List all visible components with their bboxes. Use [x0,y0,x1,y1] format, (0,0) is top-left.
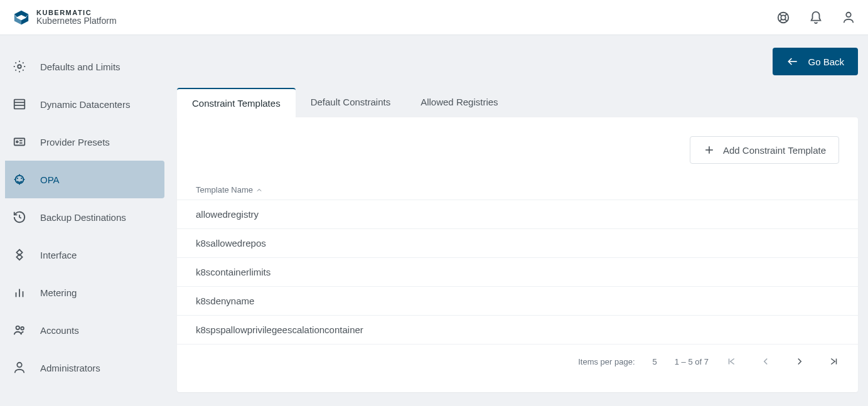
app-header: KUBERMATIC Kubernetes Platform [0,0,868,35]
sidebar-item-opa[interactable]: OPA [5,161,164,198]
sidebar-item-backup-destinations[interactable]: Backup Destinations [0,198,177,236]
table-row[interactable]: k8sdenyname [177,286,858,315]
sidebar: Defaults and Limits Dynamic Datacenters … [0,35,177,405]
svg-point-6 [846,12,850,16]
template-name-cell: k8spspallowprivilegeescalationcontainer [196,324,363,335]
items-per-page-value[interactable]: 5 [653,357,657,366]
svg-point-25 [17,363,21,367]
template-name-cell: k8scontainerlimits [196,267,271,277]
sidebar-item-label: Accounts [40,325,79,336]
users-icon [13,323,26,337]
header-actions [776,11,855,24]
sidebar-item-interface[interactable]: Interface [0,236,177,274]
svg-line-2 [780,14,781,16]
layout: Defaults and Limits Dynamic Datacenters … [0,35,868,405]
table-row[interactable]: k8scontainerlimits [177,257,858,286]
sidebar-item-label: Administrators [40,363,100,373]
sidebar-item-provider-presets[interactable]: Provider Presets [0,123,177,161]
sidebar-item-metering[interactable]: Metering [0,274,177,311]
svg-line-5 [785,19,787,21]
add-constraint-template-button[interactable]: Add Constraint Template [690,136,839,164]
column-header-template-name[interactable]: Template Name [177,180,858,200]
tab-label: Constraint Templates [192,98,281,109]
svg-point-24 [21,327,24,330]
brand[interactable]: KUBERMATIC Kubernetes Platform [13,9,117,26]
card-icon [13,135,26,149]
go-back-label: Go Back [808,56,844,67]
help-icon[interactable] [776,11,790,24]
diamond-icon [13,248,26,262]
go-back-button[interactable]: Go Back [773,48,858,75]
svg-point-12 [16,141,18,143]
notifications-icon[interactable] [809,11,823,24]
svg-point-7 [18,65,21,68]
sidebar-item-label: Metering [40,287,77,298]
plus-icon [703,144,715,156]
admin-icon [13,361,26,375]
tabs: Constraint Templates Default Constraints… [177,88,858,117]
template-name-cell: k8sallowedrepos [196,238,266,248]
pagination-controls [726,356,839,367]
history-icon [13,210,26,224]
table-row[interactable]: k8sallowedrepos [177,228,858,257]
items-per-page-label: Items per page: [578,357,635,366]
tab-default-constraints[interactable]: Default Constraints [296,88,406,117]
brand-logo-icon [13,9,30,26]
sidebar-item-label: Backup Destinations [40,212,126,223]
sidebar-item-label: OPA [40,174,60,185]
user-icon[interactable] [842,11,855,24]
svg-point-1 [781,15,785,19]
first-page-icon[interactable] [726,356,737,367]
templates-table: Template Name allowedregistry k8sallowed… [177,180,858,345]
panel-actions: Add Constraint Template [177,117,858,180]
table-row[interactable]: allowedregistry [177,200,858,228]
list-icon [13,97,26,111]
sidebar-item-dynamic-datacenters[interactable]: Dynamic Datacenters [0,85,177,123]
svg-line-4 [780,19,781,21]
sidebar-item-label: Dynamic Datacenters [40,99,130,110]
last-page-icon[interactable] [828,356,839,367]
pagination: Items per page: 5 1 – 5 of 7 [177,345,858,392]
table-row[interactable]: k8spspallowprivilegeescalationcontainer [177,315,858,345]
svg-line-3 [785,14,787,16]
sidebar-item-label: Interface [40,250,77,260]
column-header-label: Template Name [196,185,253,195]
sidebar-item-label: Provider Presets [40,137,110,147]
sidebar-item-accounts[interactable]: Accounts [0,311,177,349]
sidebar-item-defaults-limits[interactable]: Defaults and Limits [0,48,177,85]
prev-page-icon[interactable] [760,356,771,367]
add-template-label: Add Constraint Template [723,145,826,156]
pagination-range: 1 – 5 of 7 [675,357,709,366]
svg-point-23 [16,326,20,330]
template-name-cell: k8sdenyname [196,296,254,306]
template-name-cell: allowedregistry [196,209,259,220]
brand-subtitle: Kubernetes Platform [36,16,117,26]
top-actions: Go Back [177,48,858,75]
tab-label: Default Constraints [311,97,391,107]
tab-constraint-templates[interactable]: Constraint Templates [177,88,296,117]
next-page-icon[interactable] [794,356,805,367]
sort-asc-icon [255,186,263,194]
brand-text: KUBERMATIC Kubernetes Platform [36,9,117,26]
sidebar-item-label: Defaults and Limits [40,61,121,72]
tab-allowed-registries[interactable]: Allowed Registries [405,88,513,117]
chart-icon [13,286,26,299]
panel: Add Constraint Template Template Name al… [177,117,858,392]
main-content: Go Back Constraint Templates Default Con… [177,35,868,405]
svg-rect-8 [14,100,25,109]
opa-icon [13,173,26,186]
arrow-left-icon [786,55,799,68]
tab-label: Allowed Registries [421,97,498,107]
gear-icon [13,60,26,73]
sidebar-item-administrators[interactable]: Administrators [0,349,177,387]
